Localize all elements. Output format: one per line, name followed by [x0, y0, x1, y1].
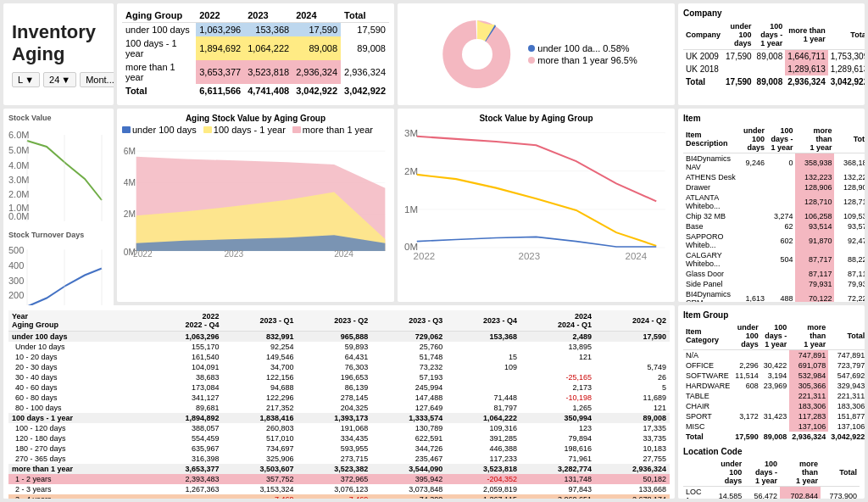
legend-100days: 100 days - 1 year [203, 125, 286, 135]
aging-table-card: Aging Group 2022 2023 2024 Total under 1… [117, 3, 394, 105]
table-row: 60 - 80 days341,127122,296278,145147,488… [8, 393, 670, 403]
table-row: OFFICE2,29630,422691,078723,797 [683, 360, 865, 371]
legend-under100: under 100 days [122, 125, 197, 135]
legend-item-morethan1: more than 1 year 96.5% [528, 55, 637, 65]
table-row: Base6293,51493,576 [683, 221, 865, 231]
section-header-100days: 100 days - 1 year 1,894,8921,838,4161,39… [8, 413, 670, 423]
stock-aging-line-chart: 3M 2M 1M 0M 2022 2023 2024 [403, 125, 670, 265]
table-row: Chip 32 MB3,274106,258109,532 [683, 211, 865, 221]
svg-text:300: 300 [8, 276, 24, 286]
svg-text:200: 200 [8, 290, 24, 300]
svg-text:2024: 2024 [334, 249, 353, 259]
svg-text:6.0M: 6.0M [8, 130, 29, 140]
svg-text:4.0M: 4.0M [8, 160, 29, 170]
table-row: 2 - 3 years1,267,3633,153,3243,076,1233,… [8, 484, 670, 494]
aging-stock-title: Aging Stock Value by Aging Group [122, 114, 389, 123]
aging-table: Aging Group 2022 2023 2024 Total under 1… [122, 8, 389, 98]
svg-text:2022: 2022 [414, 251, 436, 261]
svg-text:2M: 2M [124, 209, 136, 219]
stock-aging-title: Stock Value by Aging Group [403, 114, 670, 123]
table-row: 120 - 180 days554,459517,010334,435622,5… [8, 433, 670, 443]
svg-text:400: 400 [8, 260, 24, 271]
company-table-card: Company Company under 100days 100 days -… [678, 3, 865, 105]
table-row: 30 - 40 days38,683122,156196,65357,193-2… [8, 372, 670, 382]
item-title: Item [683, 114, 860, 123]
table-row: 80 - 100 days89,681217,352204,325127,649… [8, 403, 670, 413]
aging-stock-legend: under 100 days 100 days - 1 year more th… [122, 125, 389, 135]
table-row: more than 1 year 3,653,377 3,523,818 2,9… [122, 60, 389, 84]
svg-text:500: 500 [8, 245, 24, 255]
table-row: Glass Door87,11787,117 [683, 269, 865, 279]
aging-col-total: Total [341, 8, 389, 23]
title-card: Inventory Aging L ▼ 24 ▼ Mont... ▼ [3, 3, 114, 105]
item-table: Item Description under 100days 100 days … [683, 126, 865, 302]
item-table-card: Item Item Description under 100days 100 … [678, 109, 865, 302]
table-row: 100 - 120 days388,057260,803191,068130,7… [8, 423, 670, 433]
stock-value-title: Stock Value [8, 114, 108, 122]
stock-turnover-title: Stock Turnover Days [8, 231, 108, 239]
stock-aging-chart-card: Stock Value by Aging Group 3M 2M 1M 0M 2… [398, 109, 675, 302]
section-header-more1y: more than 1 year 3,653,3773,503,6073,523… [8, 464, 670, 474]
company-title: Company [683, 8, 860, 18]
pie-chart-card: under 100 da... 0.58% more than 1 year 9… [398, 3, 675, 105]
table-row: UK 2018 1,289,613 1,289,613 [683, 63, 865, 75]
filter-row: L ▼ 24 ▼ Mont... ▼ [12, 72, 105, 87]
table-row: SAPPORO Whiteb...60291,87092,472 [683, 231, 865, 250]
period-filter[interactable]: Mont... ▼ [80, 72, 114, 87]
item-group-title: Item Group [683, 310, 860, 320]
table-row: Under 10 days155,17092,25459,89325,76013… [8, 342, 670, 352]
table-row: TABLE221,311221,311 [683, 391, 865, 401]
number-filter[interactable]: 24 ▼ [43, 72, 76, 87]
svg-text:2023: 2023 [519, 251, 541, 261]
page-title: Inventory Aging [12, 21, 105, 66]
aging-col-group: Aging Group [122, 8, 196, 23]
aging-col-2022: 2022 [196, 8, 244, 23]
table-row: ATHENS Desk132,223132,223 [683, 172, 865, 182]
svg-text:2.0M: 2.0M [8, 189, 29, 199]
table-row: 270 - 365 days316,398325,906273,715235,4… [8, 454, 670, 464]
table-row: 40 - 60 days173,08494,68886,139245,9942,… [8, 382, 670, 393]
chair-row: CHAIR183,306183,306 [683, 401, 865, 411]
pie-legend: under 100 da... 0.58% more than 1 year 9… [528, 42, 637, 67]
table-row: under 100 days 1,063,296 153,368 17,590 … [122, 23, 389, 37]
section-header-under100: under 100 days 1,063,296832,991965,88872… [8, 332, 670, 343]
level-filter[interactable]: L ▼ [12, 72, 40, 87]
table-row: BI4Dynamics NAV9,2460358,938368,184 [683, 153, 865, 173]
aging-col-2024: 2024 [292, 8, 341, 23]
svg-text:3M: 3M [404, 128, 418, 138]
table-row: Side Panel79,93179,931 [683, 279, 865, 289]
table-row: 20 - 30 days104,09134,70076,30373,232109… [8, 362, 670, 372]
total-row: Total17,59089,0082,936,3243,042,922 [683, 432, 865, 442]
table-row: Drawer128,906128,906 [683, 182, 865, 192]
table-row: SPORT3,17231,423117,283151,877 [683, 411, 865, 421]
svg-text:1M: 1M [404, 204, 418, 215]
svg-text:4M: 4M [124, 178, 136, 187]
svg-point-0 [462, 39, 492, 70]
location-table: under 100days 100 days -1 year more than… [683, 459, 860, 499]
table-row: 100 days - 1 year 1,894,692 1,064,222 89… [122, 36, 389, 60]
table-row: SOFTWARE11,5143,194532,984547,692 [683, 371, 865, 381]
table-row: N/A747,891747,891 [683, 350, 865, 361]
total-row: Total 6,611,566 4,741,408 3,042,922 3,04… [122, 84, 389, 98]
legend-more1y: more than 1 year [292, 125, 373, 135]
stock-value-chart: 6.0M 5.0M 4.0M 3.0M 2.0M 1.0M 0.0M [8, 124, 108, 226]
location-code-title: Location Code [683, 447, 860, 456]
stock-value-section: Stock Value 6.0M 5.0M 4.0M 3.0M 2.0M 1.0… [8, 114, 108, 227]
table-row: 10 - 20 days161,540149,54664,43151,74815… [8, 352, 670, 362]
total-row: Total 17,590 89,008 2,936,324 3,042,922 [683, 75, 865, 88]
table-row: 1 - 2 years2,393,483357,752372,965395,94… [8, 474, 670, 484]
svg-text:2022: 2022 [133, 249, 153, 259]
legend-item-under100: under 100 da... 0.58% [528, 43, 637, 53]
svg-text:0.0M: 0.0M [8, 211, 29, 221]
aging-stock-chart-card: Aging Stock Value by Aging Group under 1… [117, 109, 394, 302]
legend-dot-under100 [528, 45, 535, 52]
table-row: LOC 114,58556,472702,844773,900 [683, 487, 860, 499]
svg-text:2023: 2023 [224, 249, 243, 259]
pie-chart [435, 16, 520, 92]
item-group-table: ItemCategory under 100days 100 days -1 y… [683, 322, 865, 442]
aging-stock-area-chart: 6M 4M 2M 0M 2022 2023 2024 [122, 138, 389, 265]
table-row: CALGARY Whitebo...50487,71788,221 [683, 250, 865, 269]
table-row: ATLANTA Whitebo...128,710128,710 [683, 192, 865, 211]
table-row: MISC137,106137,106 [683, 421, 865, 432]
big-table-card: YearAging Group 20222022 - Q4 2023 - Q1 … [3, 305, 675, 499]
